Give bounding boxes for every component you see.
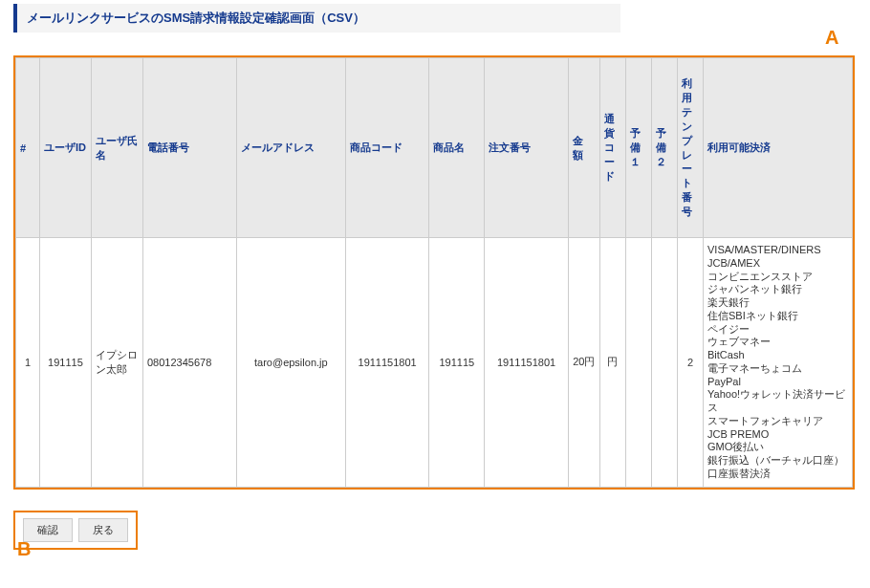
col-payments: 利用可能決済 <box>704 58 853 238</box>
cell-email: taro@epsilon.jp <box>236 238 345 488</box>
cell-reserve2 <box>652 238 678 488</box>
col-amount: 金額 <box>568 58 599 238</box>
cell-user-id: 191115 <box>39 238 91 488</box>
back-button[interactable]: 戻る <box>78 518 128 542</box>
table-header-row: # ユーザID ユーザ氏名 電話番号 メールアドレス 商品コード 商品名 注文番… <box>16 58 853 238</box>
col-template-no: 利用テンプレート番号 <box>678 58 704 238</box>
cell-template-no: 2 <box>678 238 704 488</box>
cell-product-name: 191115 <box>429 238 485 488</box>
col-idx: # <box>16 58 40 238</box>
col-currency: 通貨コード <box>599 58 625 238</box>
cell-phone: 08012345678 <box>143 238 237 488</box>
cell-user-name: イプシロン太郎 <box>91 238 142 488</box>
col-product-code: 商品コード <box>345 58 428 238</box>
cell-amount: 20円 <box>568 238 599 488</box>
cell-reserve1 <box>625 238 651 488</box>
annotation-marker-a: A <box>825 27 838 49</box>
cell-currency: 円 <box>599 238 625 488</box>
cell-payments: VISA/MASTER/DINERS JCB/AMEX コンビニエンスストア ジ… <box>704 238 853 488</box>
cell-product-code: 1911151801 <box>345 238 428 488</box>
col-email: メールアドレス <box>236 58 345 238</box>
annotation-marker-b: B <box>17 538 31 560</box>
col-order-no: 注文番号 <box>485 58 568 238</box>
data-table-frame: # ユーザID ユーザ氏名 電話番号 メールアドレス 商品コード 商品名 注文番… <box>13 55 855 490</box>
col-phone: 電話番号 <box>143 58 237 238</box>
data-table: # ユーザID ユーザ氏名 電話番号 メールアドレス 商品コード 商品名 注文番… <box>15 57 853 488</box>
col-user-id: ユーザID <box>39 58 91 238</box>
col-reserve1: 予備１ <box>625 58 651 238</box>
cell-idx: 1 <box>16 238 40 488</box>
cell-order-no: 1911151801 <box>485 238 568 488</box>
col-reserve2: 予備２ <box>652 58 678 238</box>
page-title: メールリンクサービスのSMS請求情報設定確認画面（CSV） <box>13 4 620 33</box>
col-user-name: ユーザ氏名 <box>91 58 142 238</box>
col-product-name: 商品名 <box>429 58 485 238</box>
table-row: 1 191115 イプシロン太郎 08012345678 taro@epsilo… <box>16 238 853 488</box>
button-row-frame: 確認 戻る <box>13 511 138 550</box>
